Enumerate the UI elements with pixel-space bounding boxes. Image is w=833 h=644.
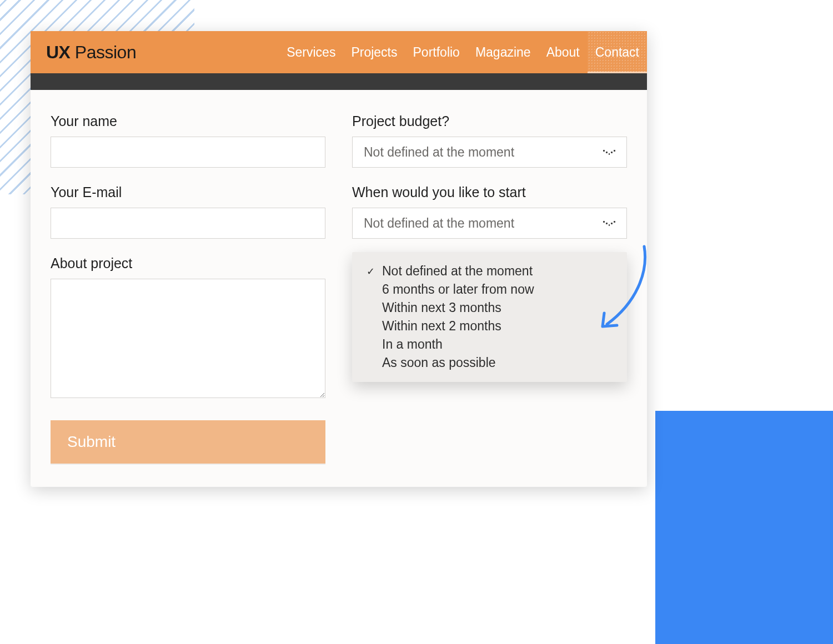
label-start: When would you like to start [352, 184, 627, 200]
nav-about[interactable]: About [539, 31, 588, 73]
logo-bold: UX [46, 42, 70, 62]
form-left-column: Your name Your E-mail About project Subm… [51, 113, 325, 464]
nav-magazine[interactable]: Magazine [468, 31, 539, 73]
form-right-column: Project budget? Not defined at the momen… [352, 113, 627, 464]
sub-header-strip [31, 73, 647, 90]
select-start[interactable]: Not defined at the moment [352, 208, 627, 239]
label-email: Your E-mail [51, 184, 325, 200]
nav-portfolio[interactable]: Portfolio [405, 31, 468, 73]
field-budget: Project budget? Not defined at the momen… [352, 113, 627, 168]
logo: UX Passion [46, 42, 136, 63]
option-3-months[interactable]: Within next 3 months [352, 299, 627, 317]
field-start: When would you like to start Not defined… [352, 184, 627, 239]
nav-label: Contact [595, 45, 639, 60]
header-bar: UX Passion Services Projects Portfolio M… [31, 31, 647, 73]
select-budget-value: Not defined at the moment [364, 145, 514, 160]
nav-label: About [546, 45, 580, 60]
input-name[interactable] [51, 137, 325, 168]
label-budget: Project budget? [352, 113, 627, 129]
main-nav: Services Projects Portfolio Magazine Abo… [279, 31, 647, 73]
nav-services[interactable]: Services [279, 31, 343, 73]
submit-button[interactable]: Submit [51, 420, 325, 464]
option-6-months[interactable]: 6 months or later from now [352, 280, 627, 299]
input-email[interactable] [51, 208, 325, 239]
nav-label: Magazine [475, 45, 531, 60]
nav-label: Services [287, 45, 335, 60]
decorative-blue-square [655, 411, 833, 644]
textarea-about[interactable] [51, 279, 325, 398]
option-1-month[interactable]: In a month [352, 335, 627, 354]
label-about: About project [51, 255, 325, 271]
option-2-months[interactable]: Within next 2 months [352, 317, 627, 335]
option-label: Within next 3 months [382, 300, 501, 315]
option-label: In a month [382, 337, 443, 352]
option-label: As soon as possible [382, 355, 496, 370]
contact-form: Your name Your E-mail About project Subm… [31, 90, 647, 487]
option-label: Not defined at the moment [382, 264, 533, 279]
check-icon: ✓ [367, 265, 377, 278]
field-about: About project [51, 255, 325, 400]
option-not-defined[interactable]: ✓ Not defined at the moment [352, 262, 627, 280]
field-name: Your name [51, 113, 325, 168]
label-name: Your name [51, 113, 325, 129]
nav-label: Portfolio [413, 45, 460, 60]
field-email: Your E-mail [51, 184, 325, 239]
app-window: UX Passion Services Projects Portfolio M… [31, 31, 647, 487]
option-asap[interactable]: As soon as possible [352, 354, 627, 372]
chevron-down-icon [603, 149, 615, 155]
logo-light: Passion [70, 42, 136, 62]
select-budget[interactable]: Not defined at the moment [352, 137, 627, 168]
option-label: Within next 2 months [382, 319, 501, 334]
nav-label: Projects [351, 45, 397, 60]
nav-contact[interactable]: Contact [588, 31, 647, 73]
dropdown-start-options: ✓ Not defined at the moment 6 months or … [352, 252, 627, 382]
select-start-value: Not defined at the moment [364, 216, 514, 231]
option-label: 6 months or later from now [382, 282, 534, 297]
nav-projects[interactable]: Projects [343, 31, 405, 73]
chevron-down-icon [603, 220, 615, 227]
